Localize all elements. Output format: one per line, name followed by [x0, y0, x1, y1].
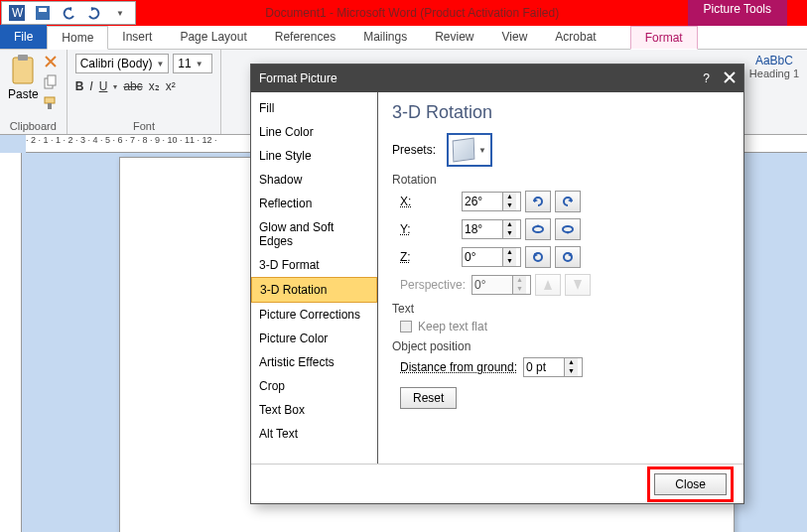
rotate-y-down-icon[interactable] — [555, 218, 581, 240]
svg-rect-4 — [13, 58, 33, 83]
nav-3d-rotation[interactable]: 3-D Rotation — [251, 277, 377, 303]
checkbox-icon — [400, 321, 412, 332]
rotate-z-cw-icon[interactable] — [555, 246, 581, 268]
close-icon[interactable] — [724, 71, 736, 86]
dialog-title: Format Picture — [259, 71, 337, 85]
svg-text:W: W — [12, 6, 24, 20]
rotate-x-left-icon[interactable] — [525, 191, 551, 212]
nav-crop[interactable]: Crop — [251, 374, 377, 398]
style-heading1[interactable]: AaBbC Heading 1 — [749, 54, 799, 79]
bold-button[interactable]: B — [75, 79, 84, 93]
underline-button[interactable]: U — [99, 79, 108, 93]
copy-icon[interactable] — [43, 74, 59, 93]
presets-dropdown[interactable]: ▼ — [447, 133, 492, 167]
x-rotation-input[interactable]: ▲▼ — [462, 192, 521, 211]
svg-rect-3 — [39, 8, 47, 12]
font-group-label: Font — [133, 118, 155, 132]
nav-text-box[interactable]: Text Box — [251, 398, 377, 422]
nav-reflection[interactable]: Reflection — [251, 192, 377, 215]
nav-line-color[interactable]: Line Color — [251, 120, 377, 144]
ribbon-tabs: File Home Insert Page Layout References … — [0, 26, 807, 50]
word-icon: W — [6, 3, 28, 23]
object-position-section-label: Object position — [392, 339, 730, 353]
nav-artistic-effects[interactable]: Artistic Effects — [251, 350, 377, 374]
x-label: X: — [400, 195, 462, 208]
nav-picture-color[interactable]: Picture Color — [251, 327, 377, 350]
z-label: Z: — [400, 250, 462, 264]
keep-text-flat-checkbox: Keep text flat — [400, 320, 730, 333]
svg-rect-7 — [48, 75, 56, 85]
window-title: Document1 - Microsoft Word (Product Acti… — [137, 0, 688, 26]
dialog-footer: Close — [251, 464, 743, 503]
help-icon[interactable]: ? — [703, 71, 710, 85]
cut-icon[interactable] — [43, 54, 59, 72]
format-painter-icon[interactable] — [43, 95, 59, 114]
nav-picture-corrections[interactable]: Picture Corrections — [251, 303, 377, 327]
tab-insert[interactable]: Insert — [108, 25, 166, 49]
tab-review[interactable]: Review — [421, 25, 487, 49]
y-rotation-input[interactable]: ▲▼ — [462, 219, 521, 239]
group-clipboard: Paste Clipboard — [0, 50, 67, 134]
strikethrough-button[interactable]: abc — [123, 79, 142, 93]
dialog-nav: Fill Line Color Line Style Shadow Reflec… — [251, 92, 378, 464]
nav-alt-text[interactable]: Alt Text — [251, 422, 377, 446]
paste-button[interactable]: Paste — [8, 54, 39, 114]
clipboard-group-label: Clipboard — [10, 118, 57, 132]
reset-button[interactable]: Reset — [400, 387, 457, 409]
nav-fill[interactable]: Fill — [251, 96, 377, 120]
perspective-narrow-icon — [535, 274, 561, 296]
picture-tools-label: Picture Tools — [688, 0, 787, 26]
tab-view[interactable]: View — [488, 25, 542, 49]
svg-rect-8 — [45, 97, 55, 103]
group-styles: AaBbC Heading 1 — [741, 50, 807, 134]
save-icon[interactable] — [32, 3, 54, 23]
svg-rect-5 — [18, 55, 28, 61]
redo-icon[interactable] — [83, 3, 105, 23]
font-size-select[interactable]: 11▼ — [173, 54, 212, 73]
close-highlight: Close — [647, 466, 734, 502]
rotate-y-up-icon[interactable] — [525, 218, 551, 240]
presets-label: Presets: — [392, 143, 447, 157]
tab-acrobat[interactable]: Acrobat — [541, 25, 609, 49]
group-font: Calibri (Body)▼ 11▼ B I U▾ abc x₂ x² Fon… — [67, 50, 222, 134]
nav-line-style[interactable]: Line Style — [251, 144, 377, 168]
tab-mailings[interactable]: Mailings — [349, 25, 421, 49]
undo-icon[interactable] — [58, 3, 79, 23]
tab-format[interactable]: Format — [630, 26, 698, 50]
perspective-label: Perspective: — [400, 278, 471, 292]
close-button[interactable]: Close — [654, 473, 727, 495]
tab-references[interactable]: References — [261, 25, 349, 49]
perspective-wide-icon — [565, 274, 591, 296]
distance-input[interactable]: ▲▼ — [523, 357, 583, 377]
dialog-titlebar[interactable]: Format Picture ? — [251, 65, 743, 92]
dialog-main: 3-D Rotation Presets: ▼ Rotation X: ▲▼ Y… — [378, 92, 743, 464]
quick-access-toolbar: W ▼ — [1, 1, 136, 25]
format-picture-dialog: Format Picture ? Fill Line Color Line St… — [250, 64, 744, 504]
superscript-button[interactable]: x² — [166, 79, 176, 93]
distance-label: Distance from ground: — [400, 360, 523, 374]
tab-home[interactable]: Home — [47, 26, 108, 50]
tab-file[interactable]: File — [0, 25, 47, 49]
tab-page-layout[interactable]: Page Layout — [166, 25, 260, 49]
rotation-section-label: Rotation — [392, 173, 730, 187]
perspective-input: ▲▼ — [471, 275, 531, 295]
nav-shadow[interactable]: Shadow — [251, 168, 377, 192]
rotate-x-right-icon[interactable] — [555, 191, 581, 212]
nav-3d-format[interactable]: 3-D Format — [251, 253, 377, 277]
vertical-ruler[interactable] — [0, 153, 22, 532]
svg-rect-9 — [48, 103, 52, 109]
qat-dropdown-icon[interactable]: ▼ — [109, 3, 131, 23]
font-name-select[interactable]: Calibri (Body)▼ — [75, 54, 170, 73]
subscript-button[interactable]: x₂ — [149, 79, 160, 93]
paste-label: Paste — [8, 87, 39, 101]
nav-glow-soft-edges[interactable]: Glow and Soft Edges — [251, 215, 377, 253]
y-label: Y: — [400, 222, 462, 236]
italic-button[interactable]: I — [89, 79, 92, 93]
dialog-heading: 3-D Rotation — [392, 102, 730, 123]
rotate-z-ccw-icon[interactable] — [525, 246, 551, 268]
z-rotation-input[interactable]: ▲▼ — [462, 247, 521, 267]
text-section-label: Text — [392, 302, 730, 316]
